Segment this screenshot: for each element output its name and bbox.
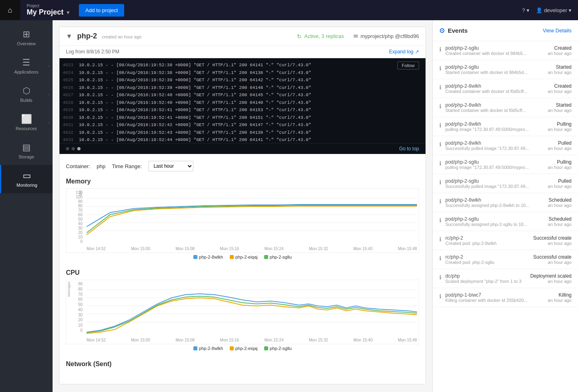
y-tick: 70 <box>68 208 83 213</box>
events-header: ⊙ Events View Details <box>433 20 578 41</box>
event-time: an hour ago <box>548 165 572 170</box>
event-right: Created an hour ago <box>548 83 572 94</box>
php-card-title-group: php-2 created an hour ago <box>77 32 142 40</box>
goto-top-button[interactable]: Go to top <box>399 146 419 152</box>
log-header: Log from 8/8/16 2:50 PM Expand log ↗ <box>59 46 426 58</box>
main-content: ▼ php-2 created an hour ago ↻ Active, 3 … <box>53 20 432 392</box>
log-line: 403110.0.2.15 - - [08/Aug/2016:19:52:42 … <box>59 121 426 129</box>
help-button[interactable]: ? ▾ <box>522 7 529 13</box>
y-tick: 20 <box>68 230 83 235</box>
event-pod: pod/php-2-sgllu <box>445 216 544 222</box>
follow-button[interactable]: Follow <box>397 61 419 70</box>
x-tick: Mon 15:48 <box>398 338 417 342</box>
event-pod: rc/php-2 <box>445 254 529 260</box>
envelope-icon: ✉ <box>354 33 358 39</box>
event-info-icon: ℹ <box>439 141 441 148</box>
log-page-dot-1[interactable] <box>66 147 69 150</box>
sidebar-item-overview[interactable]: ⊞ Overview <box>0 23 53 52</box>
chevron-right-icon: › <box>48 64 49 68</box>
event-description: Created container with docker id 984b5..… <box>445 51 544 56</box>
event-description: pulling image "172.30.87.49:5000/mypro..… <box>445 127 544 132</box>
x-tick: Mon 14:52 <box>87 247 106 251</box>
log-line-number: 4023 <box>63 62 79 69</box>
event-right: Successful create an hour ago <box>533 254 572 265</box>
event-info-icon: ℹ <box>439 198 441 204</box>
sync-icon: ↻ <box>297 33 302 40</box>
time-range-label: Time Range: <box>112 163 142 169</box>
collapse-button[interactable]: ▼ <box>66 33 72 40</box>
log-line-text: 10.0.2.15 - - [08/Aug/2016:19:52:40 +000… <box>79 99 311 106</box>
log-line: 403010.0.2.15 - - [08/Aug/2016:19:52:41 … <box>59 114 426 122</box>
event-time: an hour ago <box>548 51 572 56</box>
x-tick: Mon 15:16 <box>220 338 239 342</box>
sidebar-item-storage[interactable]: ▤ Storage <box>0 137 53 165</box>
event-description: Started container with docker id 984b5d.… <box>445 70 544 75</box>
y-tick: 10 <box>68 323 83 327</box>
php-card: ▼ php-2 created an hour ago ↻ Active, 3 … <box>59 27 426 384</box>
event-description: Created pod: php-2-sgllu <box>445 260 529 265</box>
event-type: Started <box>548 64 572 70</box>
event-time: an hour ago <box>548 146 572 151</box>
log-line: 402510.0.2.15 - - [08/Aug/2016:19:52:39 … <box>59 76 426 84</box>
chevron-right-icon: › <box>48 120 49 125</box>
event-right: Pulled an hour ago <box>548 140 572 151</box>
sidebar-item-label: Overview <box>17 41 36 46</box>
event-item: ℹ pod/php-2-sgllu Successfully pulled im… <box>433 174 578 193</box>
legend-dot <box>230 346 234 350</box>
event-body: rc/php-2 Created pod: php-2-sgllu <box>445 254 529 265</box>
sidebar-item-resources[interactable]: ⬜ Resources › <box>0 108 53 137</box>
metrics-section: Container: php Time Range: Last hourLast… <box>59 154 426 384</box>
event-info-icon: ℹ <box>439 84 441 91</box>
log-page-dot-3[interactable] <box>77 147 80 150</box>
event-item: ℹ pod/php-2-8wlkh pulling image "172.30.… <box>433 117 578 136</box>
expand-log-button[interactable]: Expand log ↗ <box>389 49 419 55</box>
event-type: Successful create <box>533 235 572 241</box>
event-info-icon: ℹ <box>439 160 441 166</box>
legend-label: php-2-8wlkh <box>199 255 223 259</box>
log-line-number: 4026 <box>63 84 79 91</box>
expand-log-icon: ↗ <box>415 49 419 55</box>
event-right: Scheduled an hour ago <box>548 216 572 227</box>
log-line-number: 4025 <box>63 77 79 84</box>
y-tick: 0 <box>68 328 83 333</box>
x-tick: Mon 15:08 <box>176 247 195 251</box>
event-right: Killing an hour ago <box>548 292 572 303</box>
memory-x-axis: Mon 14:52Mon 15:00Mon 15:08Mon 15:16Mon … <box>87 247 417 251</box>
sidebar-item-builds[interactable]: ⬡ Builds › <box>0 80 53 108</box>
log-line-text: 10.0.2.15 - - [08/Aug/2016:19:52:39 +000… <box>79 77 311 84</box>
log-line-number: 4029 <box>63 107 79 114</box>
event-pod: dc/php <box>445 273 526 279</box>
sidebar-item-applications[interactable]: ☰ Applications › <box>0 52 53 80</box>
time-range-select[interactable]: Last hourLast 6 hoursLast 24 hours <box>148 161 193 171</box>
log-line-text: 10.0.2.15 - - [08/Aug/2016:19:52:38 +000… <box>79 70 311 76</box>
project-dropdown-arrow: ▾ <box>67 10 69 15</box>
user-menu[interactable]: 👤 developer ▾ <box>536 7 572 13</box>
log-section: Log from 8/8/16 2:50 PM Expand log ↗ Fol… <box>59 46 426 154</box>
log-line-number: 4032 <box>63 129 79 136</box>
sidebar-item-label: Resources <box>16 126 37 131</box>
x-tick: Mon 15:24 <box>265 338 284 342</box>
event-type: Pulling <box>548 121 572 127</box>
event-right: Pulling an hour ago <box>548 159 572 170</box>
home-button[interactable]: ⌂ <box>0 0 20 20</box>
y-tick: 60 <box>68 213 83 217</box>
event-info-icon: ℹ <box>439 103 441 110</box>
event-right: Pulled an hour ago <box>548 178 572 189</box>
legend-dot <box>193 255 197 259</box>
add-to-project-button[interactable]: Add to project <box>79 4 124 17</box>
log-page-dot-2[interactable] <box>72 147 75 150</box>
sidebar-item-monitoring[interactable]: ▭ Monitoring <box>0 165 53 193</box>
event-info-icon: ℹ <box>439 293 441 299</box>
container-value: php <box>97 163 106 169</box>
y-tick: 50 <box>68 217 83 221</box>
project-selector[interactable]: Project My Project ▾ <box>27 4 69 17</box>
log-line: 403310.0.2.15 - - [08/Aug/2016:19:52:44 … <box>59 136 426 143</box>
view-details-link[interactable]: View Details <box>543 27 572 34</box>
event-body: pod/php-1-biwc7 Killing container with d… <box>445 292 544 303</box>
log-line-text: 10.0.2.15 - - [08/Aug/2016:19:52:43 +000… <box>79 129 311 136</box>
legend-item: php-2-8wlkh <box>193 255 223 259</box>
applications-icon: ☰ <box>22 57 30 68</box>
event-pod: pod/php-2-8wlkh <box>445 140 544 146</box>
event-info-icon: ℹ <box>439 65 441 72</box>
project-label: Project <box>27 4 69 8</box>
